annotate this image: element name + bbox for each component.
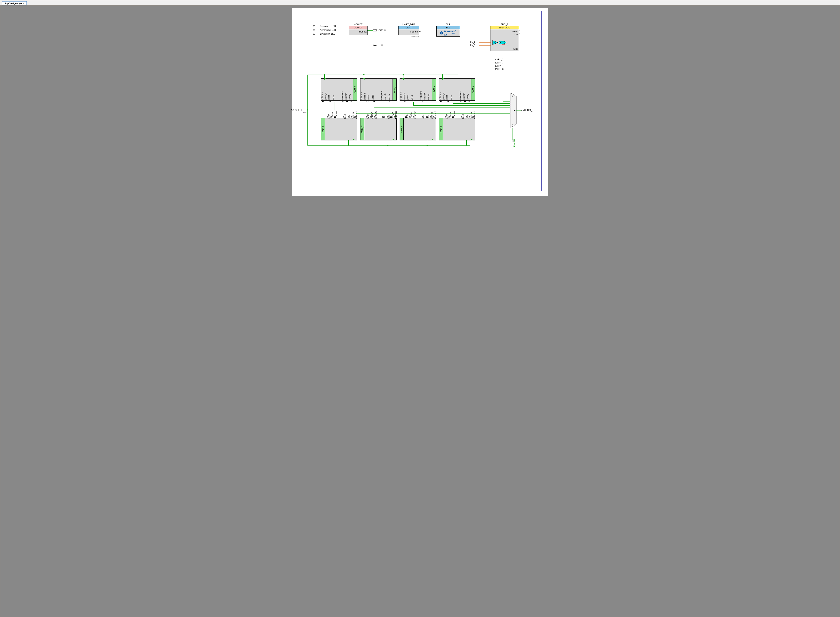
pwm-block[interactable]: PWM_7interruptpwm_npwmclockcompareundrfl… [360,118,396,140]
isr-icon[interactable] [373,29,377,31]
pwm-side: PWM_7 [361,118,364,140]
pin-icon[interactable] [521,110,524,111]
pwm-clock-arrow [353,139,355,140]
pwm-side: PWM_4 [471,79,475,100]
pin-2[interactable]: Pin_2 [495,58,504,61]
pin-icon [313,29,315,31]
port-pin-icon [466,117,467,118]
wire [308,75,308,145]
adc-pin5-label: Pin_5 [470,44,475,47]
pwm-port-interrupt: interrupt [434,111,436,119]
clock-icon[interactable] [301,109,304,111]
pin-icon [381,44,383,46]
pin-icon [495,62,497,63]
adc-block[interactable]: Scan_ADC sdone eos 0 vref [490,26,519,51]
port-pin-icon [346,101,348,102]
uart-title: UART_DEB [398,23,419,26]
pwm-port-pwm_n: pwm_n [430,112,433,119]
pin-6[interactable]: Pin_6 [495,68,504,70]
svg-text:3: 3 [514,124,515,126]
pin-3[interactable]: Pin_3 [495,62,504,64]
pin-icon [495,68,497,70]
pin-icon[interactable] [477,42,479,43]
pwm-port-pwm_n: pwm_n [364,93,366,100]
port-pin-icon [425,101,426,102]
port-pin-icon [429,101,430,102]
wire [453,103,510,104]
wire [464,108,510,108]
pwm-block[interactable]: PWM_1interruptpwm_npwmclockcompareundrfl… [321,78,357,101]
tab-topdesign[interactable]: TopDesign.cysch [2,1,27,5]
wire-node [402,74,404,75]
port-pin-icon [382,117,383,118]
ble-block[interactable]: BLE Bluetooth® SMART 5.0 [436,26,460,37]
port-pin-icon [386,101,387,102]
ble-version: 5.0 [444,34,456,36]
port-pin-icon [433,117,435,118]
pwm-port-undrflw: undrflw [450,112,452,119]
pwm-port-compare: compare [453,111,455,119]
pin-disconnect-led[interactable]: Disconnect_LED [313,25,336,27]
wire [378,45,380,45]
wire-analog [479,45,491,46]
wire [512,128,513,140]
port-pin-icon [348,117,349,118]
port-pin-icon [448,117,450,118]
pwm-port-undrflw: undrflw [371,112,373,119]
pwm-side: PWM_2 [392,79,396,100]
pwm-side: PWM_1 [353,79,357,100]
wire [316,30,319,30]
wire [429,110,510,110]
bluetooth-icon [440,31,443,35]
mcwdt-block[interactable]: MCWDT interrupt [349,26,368,35]
port-pin-icon [461,117,462,118]
pin-simulation-led[interactable]: Simulation_LED [313,33,336,35]
pwm-block[interactable]: PWM_2interruptpwm_npwmclockcompareundrfl… [360,78,396,101]
pwm-port-ovrflw: ovrflw [427,94,430,100]
pin-advertising-led[interactable]: Advertising_LED [313,29,336,31]
port-pin-icon [468,101,469,102]
adc-header: Scan_ADC [491,26,519,29]
pwm-port-pwm: pwm [328,95,330,100]
pwm-port-interrupt: interrupt [473,111,476,119]
wire [308,145,470,146]
port-pin-icon [389,101,391,102]
app-frame: TopDesign.cysch Disconnect_LED Advertisi… [0,0,840,617]
port-pin-icon [472,117,474,118]
pwm-side: PWM_6 [400,118,404,140]
port-pin-icon [368,101,370,102]
pwm-port-pwm_n: pwm_n [470,112,472,119]
pwm-block[interactable]: PWM_3interruptpwm_npwmclockcompareundrfl… [399,78,436,101]
uart-block[interactable]: UART interrupt [398,26,419,35]
pwm-clock-arrow [432,139,433,140]
port-pin-icon [331,117,332,118]
pwm-port-compare: compare [335,111,337,119]
port-pin-icon [445,117,446,118]
port-pin-icon [408,101,409,102]
editor-area[interactable]: Disconnect_LED Advertising_LED Simulatio… [0,5,840,617]
wire [334,110,429,110]
pin-icon[interactable] [477,45,479,46]
schematic-sheet[interactable]: Disconnect_LED Advertising_LED Simulatio… [292,8,549,196]
pin-icon [495,65,497,67]
pwm-block[interactable]: PWM_5interruptpwm_npwmclockcompareundrfl… [439,118,475,140]
pin-sw2[interactable]: SW2 [373,44,383,46]
wire [503,99,510,99]
pin-4[interactable]: Pin_4 [495,65,504,67]
pwm-block[interactable]: PWM_4interruptpwm_npwmclockcompareundrfl… [439,78,475,101]
pwm-port-clock: clock [411,94,414,100]
pwm-port-pwm_n: pwm_n [352,112,354,119]
port-pin-icon [382,101,383,102]
port-pin-icon [370,117,371,118]
port-pin-icon [519,34,521,35]
pwm-block[interactable]: PWM_6interruptpwm_npwmclockcompareundrfl… [399,118,436,140]
clock-label: Clock_1 [291,109,299,111]
pwm-clock-arrow [471,139,473,140]
pwm-port-pwm: pwm [367,95,370,100]
wire [503,105,510,106]
port-pin-icon [421,117,423,118]
port-pin-icon [401,101,402,102]
pwm-port-interrupt: interrupt [360,92,362,100]
pwm-port-pwm_n: pwm_n [403,93,405,100]
pwm-block[interactable]: PWM_8interruptpwm_npwmclockcompareundrfl… [321,118,357,140]
